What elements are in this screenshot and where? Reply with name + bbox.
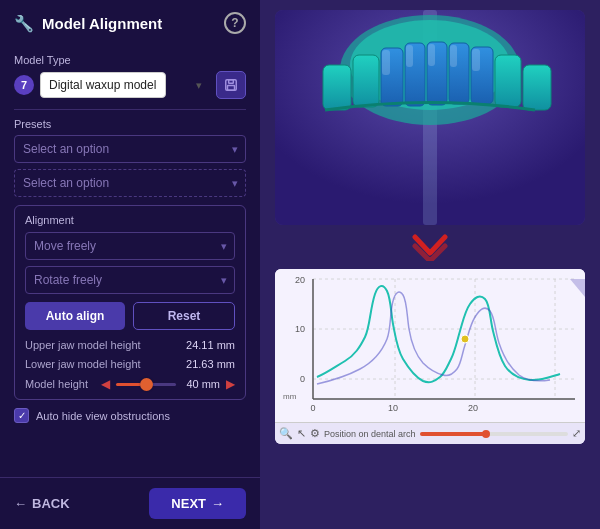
back-label: BACK (32, 496, 70, 511)
panel-header: 🔧 Model Alignment ? (0, 0, 260, 44)
model-type-label: Model Type (14, 54, 246, 66)
back-arrow-icon: ← (14, 496, 27, 511)
svg-rect-18 (428, 44, 435, 66)
checkbox-row: ✓ Auto hide view obstructions (14, 408, 246, 423)
height-slider-wrap (116, 383, 176, 386)
title-row: 🔧 Model Alignment (14, 14, 162, 33)
svg-rect-2 (228, 86, 235, 91)
expand-icon[interactable]: ⤢ (572, 427, 581, 440)
zoom-icon[interactable]: 🔍 (279, 427, 293, 440)
lower-jaw-val: 21.63 mm (186, 355, 235, 374)
tooth-view (275, 10, 585, 225)
wrench-icon: 🔧 (14, 14, 34, 33)
model-height-val: 40 mm (182, 378, 220, 390)
svg-text:mm: mm (283, 392, 297, 401)
height-right-arrow[interactable]: ▶ (226, 377, 235, 391)
preset-dropdown-1[interactable]: Select an option (14, 135, 246, 163)
svg-rect-14 (495, 55, 521, 107)
svg-text:0: 0 (300, 374, 305, 384)
next-label: NEXT (171, 496, 206, 511)
svg-rect-8 (353, 55, 379, 107)
down-chevron-icon (411, 233, 449, 261)
model-type-dropdown-wrapper: Digital waxup model (40, 72, 210, 98)
page-title: Model Alignment (42, 15, 162, 32)
panel-body: Model Type 7 Digital waxup model (0, 44, 260, 477)
rotate-dropdown[interactable]: Rotate freely (25, 266, 235, 294)
next-arrow-icon: → (211, 496, 224, 511)
chart-area: 0 10 20 0 10 20 mm 🔍 ↖ ⚙ Position on d (275, 269, 585, 444)
preset-dropdown-1-row: Select an option ▾ (14, 135, 246, 163)
svg-text:10: 10 (388, 403, 398, 413)
presets-section: Presets Select an option ▾ Select an opt… (14, 118, 246, 197)
upper-jaw-row: Upper jaw model height 24.11 mm (25, 336, 235, 355)
model-type-dropdown[interactable]: Digital waxup model (40, 72, 166, 98)
model-height-slider[interactable] (116, 383, 176, 386)
left-panel: 🔧 Model Alignment ? Model Type 7 Digital… (0, 0, 260, 529)
chart-toolbar: 🔍 ↖ ⚙ Position on dental arch ⤢ (275, 422, 585, 444)
svg-rect-20 (472, 49, 480, 71)
svg-text:0: 0 (310, 403, 315, 413)
checkbox-label: Auto hide view obstructions (36, 410, 170, 422)
svg-rect-16 (382, 50, 390, 75)
toolbar-label: Position on dental arch (324, 429, 416, 439)
model-type-row: 7 Digital waxup model (14, 71, 246, 99)
lower-jaw-row: Lower jaw model height 21.63 mm (25, 355, 235, 374)
lower-jaw-label: Lower jaw model height (25, 355, 141, 374)
next-button[interactable]: NEXT → (149, 488, 246, 519)
auto-hide-checkbox[interactable]: ✓ (14, 408, 29, 423)
alignment-section: Alignment Move freely ▾ Rotate freely ▾ … (14, 205, 246, 400)
chart-svg: 0 10 20 0 10 20 mm (275, 269, 585, 422)
upper-jaw-val: 24.11 mm (186, 336, 235, 355)
alignment-label: Alignment (25, 214, 235, 226)
back-button[interactable]: ← BACK (14, 496, 70, 511)
svg-rect-15 (523, 65, 551, 110)
step-badge: 7 (14, 75, 34, 95)
svg-rect-17 (406, 45, 413, 67)
move-dropdown-row: Move freely ▾ (25, 232, 235, 260)
teeth-svg (275, 10, 585, 225)
move-dropdown[interactable]: Move freely (25, 232, 235, 260)
cursor-icon[interactable]: ↖ (297, 427, 306, 440)
svg-rect-7 (323, 65, 351, 110)
upper-jaw-label: Upper jaw model height (25, 336, 141, 355)
height-left-arrow[interactable]: ◀ (101, 377, 110, 391)
save-button[interactable] (216, 71, 246, 99)
svg-text:20: 20 (468, 403, 478, 413)
svg-point-37 (461, 335, 469, 343)
settings-icon[interactable]: ⚙ (310, 427, 320, 440)
divider-1 (14, 109, 246, 110)
rotate-dropdown-row: Rotate freely ▾ (25, 266, 235, 294)
presets-label: Presets (14, 118, 246, 130)
right-panel: 0 10 20 0 10 20 mm 🔍 ↖ ⚙ Position on d (260, 0, 600, 529)
svg-text:10: 10 (295, 324, 305, 334)
model-height-row: Model height ◀ 40 mm ▶ (25, 377, 235, 391)
align-btn-row: Auto align Reset (25, 302, 235, 330)
bottom-nav: ← BACK NEXT → (0, 477, 260, 529)
auto-align-button[interactable]: Auto align (25, 302, 125, 330)
preset-dropdown-2-row: Select an option ▾ (14, 169, 246, 197)
preset-dropdown-2[interactable]: Select an option (14, 169, 246, 197)
reset-button[interactable]: Reset (133, 302, 235, 330)
model-height-label: Model height (25, 378, 95, 390)
model-type-section: Model Type 7 Digital waxup model (14, 54, 246, 99)
info-rows: Upper jaw model height 24.11 mm Lower ja… (25, 336, 235, 373)
svg-rect-19 (450, 45, 457, 67)
svg-text:20: 20 (295, 275, 305, 285)
svg-rect-1 (229, 80, 234, 84)
help-icon[interactable]: ? (224, 12, 246, 34)
